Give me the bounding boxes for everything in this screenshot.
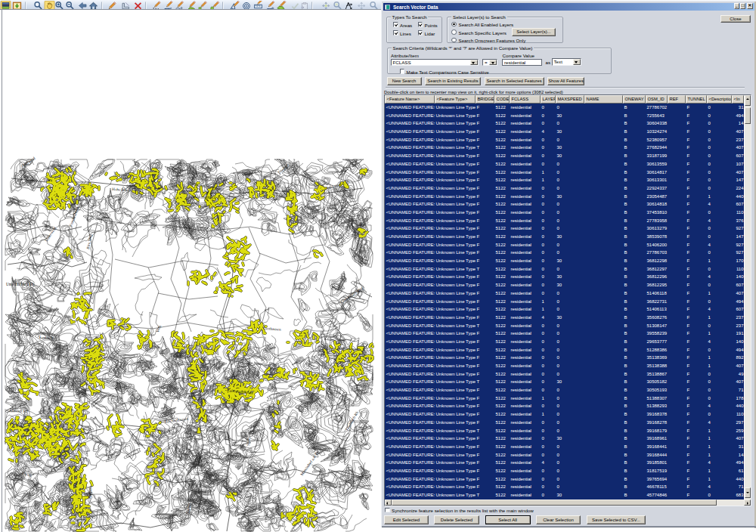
svg-text:Birx Weg: Birx Weg (85, 234, 92, 249)
svg-text:Gerthausen: Gerthausen (263, 326, 281, 332)
svg-text:Melpers: Melpers (87, 486, 92, 499)
svg-text:Tann: Tann (43, 178, 51, 182)
svg-text:Reichenhausen: Reichenhausen (164, 416, 188, 424)
svg-text:Weg: Weg (155, 324, 161, 332)
svg-text:Albstadt Rh: Albstadt Rh (9, 408, 29, 413)
svg-text:Schwarzbach a.d. Fe: Schwarzbach a.d. Fe (189, 194, 222, 200)
svg-text:Stein: Stein (246, 438, 250, 446)
svg-text:Hohe Rhon: Hohe Rhon (112, 187, 130, 192)
svg-text:Mittelsdorf a.d. Fe: Mittelsdorf a.d. Fe (299, 450, 320, 477)
svg-text:Leubach: Leubach (39, 335, 54, 340)
svg-text:Diedorf: Diedorf (277, 163, 290, 175)
svg-text:Unterthalbach Th: Unterthalbach Th (6, 282, 34, 286)
